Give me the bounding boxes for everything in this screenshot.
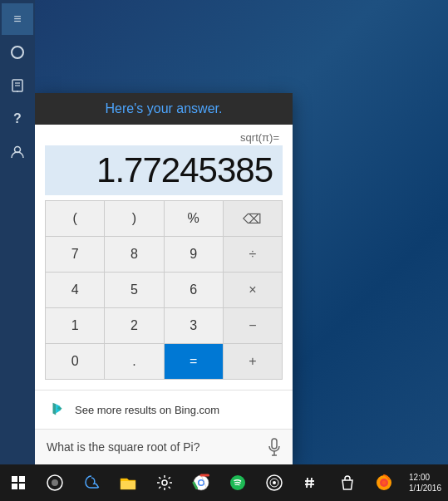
calc-btn-decimal[interactable]: . xyxy=(105,344,163,379)
calculator-container: sqrt(π)= 1.77245385 ( ) % ⌫ 7 8 9 ÷ 4 5 … xyxy=(35,125,293,390)
left-sidebar: ≡ ? xyxy=(0,0,35,464)
spotify-logo-icon xyxy=(229,474,247,492)
svg-rect-6 xyxy=(272,439,277,449)
calc-btn-subtract[interactable]: − xyxy=(224,308,282,343)
hashtag-app-icon[interactable] xyxy=(293,464,329,501)
calc-btn-5[interactable]: 5 xyxy=(105,273,163,307)
bing-link[interactable]: See more results on Bing.com xyxy=(75,404,219,416)
circle-app-icon xyxy=(265,474,283,492)
svg-point-12 xyxy=(162,480,167,485)
bing-section: See more results on Bing.com xyxy=(35,390,293,429)
chrome-icon[interactable] xyxy=(183,464,219,501)
start-button[interactable] xyxy=(0,464,37,501)
file-explorer-icon[interactable] xyxy=(110,464,146,501)
firefox-icon[interactable] xyxy=(366,464,402,501)
sidebar-person[interactable] xyxy=(2,136,33,168)
sidebar-hamburger[interactable]: ≡ xyxy=(2,3,33,35)
search-query-text: What is the square root of Pi? xyxy=(47,440,268,454)
search-box-area: What is the square root of Pi? xyxy=(35,429,293,464)
calc-btn-open-paren[interactable]: ( xyxy=(46,201,104,236)
cortana-taskbar-button[interactable] xyxy=(37,464,73,501)
calc-btn-add[interactable]: + xyxy=(224,344,282,379)
cortana-circle-icon xyxy=(46,474,64,492)
calc-btn-divide[interactable]: ÷ xyxy=(224,237,282,272)
spotify-icon[interactable] xyxy=(219,464,256,501)
calc-btn-9[interactable]: 9 xyxy=(165,237,223,272)
calc-btn-1[interactable]: 1 xyxy=(46,308,104,343)
calc-btn-4[interactable]: 4 xyxy=(46,273,104,307)
svg-point-0 xyxy=(12,47,23,58)
calc-btn-close-paren[interactable]: ) xyxy=(105,201,163,236)
svg-rect-11 xyxy=(121,481,135,489)
date-display: 1/1/2016 xyxy=(409,484,441,493)
windows-logo-icon xyxy=(12,476,25,489)
book-icon xyxy=(10,78,25,93)
svg-line-20 xyxy=(307,478,308,488)
edge-icon[interactable] xyxy=(73,464,110,501)
circle-icon xyxy=(10,45,25,60)
folder-icon xyxy=(119,474,137,491)
svg-point-15 xyxy=(199,481,204,485)
sidebar-help[interactable]: ? xyxy=(2,103,33,135)
calc-btn-multiply[interactable]: × xyxy=(224,273,282,307)
cortana-popup: Here's your answer. sqrt(π)= 1.77245385 … xyxy=(35,93,293,464)
firefox-browser-icon xyxy=(375,474,393,492)
bing-logo-icon xyxy=(48,400,66,419)
svg-point-19 xyxy=(273,481,276,484)
cortana-header: Here's your answer. xyxy=(35,93,293,125)
calc-display: 1.77245385 xyxy=(45,145,283,195)
bag-icon xyxy=(339,474,356,492)
system-tray: 12:00 1/1/2016 xyxy=(409,472,448,494)
calc-btn-0[interactable]: 0 xyxy=(46,344,104,379)
calc-btn-equals[interactable]: = xyxy=(165,344,223,379)
sidebar-search[interactable] xyxy=(2,37,33,68)
taskbar-icons xyxy=(73,464,409,501)
settings-icon[interactable] xyxy=(146,464,183,501)
calc-btn-3[interactable]: 3 xyxy=(165,308,223,343)
chrome-browser-icon xyxy=(192,474,210,492)
answer-title: Here's your answer. xyxy=(106,101,223,115)
person-icon xyxy=(10,145,25,160)
calc-btn-6[interactable]: 6 xyxy=(165,273,223,307)
time-display: 12:00 xyxy=(409,473,430,482)
svg-line-21 xyxy=(311,478,312,488)
svg-point-26 xyxy=(382,481,386,485)
microphone-icon[interactable] xyxy=(268,438,281,456)
taskbar: 12:00 1/1/2016 xyxy=(0,464,448,501)
svg-point-4 xyxy=(17,91,18,92)
winamp-icon[interactable] xyxy=(256,464,293,501)
windows-store-icon[interactable] xyxy=(329,464,366,501)
calc-btn-7[interactable]: 7 xyxy=(46,237,104,272)
question-icon: ? xyxy=(13,111,22,126)
clock: 12:00 1/1/2016 xyxy=(409,472,441,494)
hash-icon xyxy=(303,474,319,491)
calc-btn-percent[interactable]: % xyxy=(165,201,223,236)
calc-btn-2[interactable]: 2 xyxy=(105,308,163,343)
sidebar-notebook[interactable] xyxy=(2,70,33,101)
hamburger-icon: ≡ xyxy=(13,12,21,27)
svg-point-10 xyxy=(52,479,58,486)
calc-btn-backspace[interactable]: ⌫ xyxy=(224,201,282,236)
calc-expression: sqrt(π)= xyxy=(45,131,283,144)
gear-icon xyxy=(156,474,173,491)
desktop: ≡ ? Here's your answer. xyxy=(0,0,448,501)
edge-browser-icon xyxy=(82,474,101,492)
calc-buttons: ( ) % ⌫ 7 8 9 ÷ 4 5 6 × 1 2 3 − 0 xyxy=(45,200,283,380)
calc-btn-8[interactable]: 8 xyxy=(105,237,163,272)
